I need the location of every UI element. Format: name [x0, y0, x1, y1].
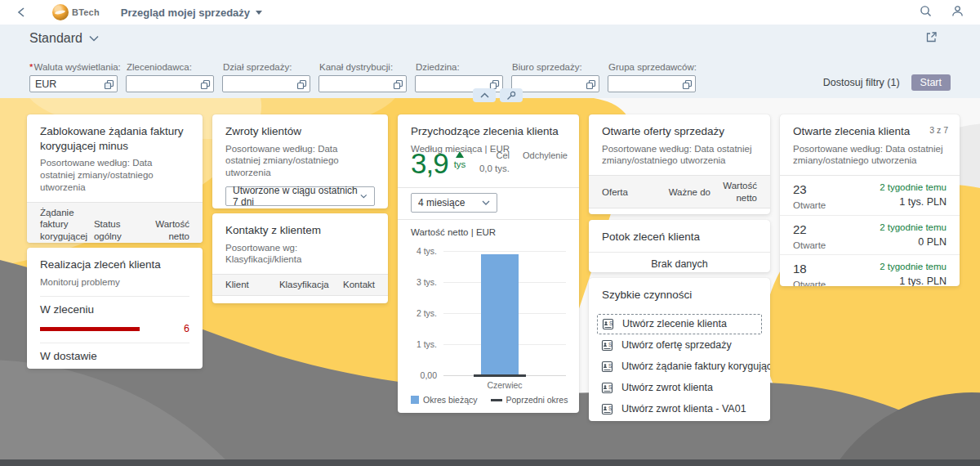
sales-document-icon: S [601, 382, 613, 394]
card-open-quotations[interactable]: Otwarte oferty sprzedaży Posortowane wed… [589, 114, 770, 214]
card-blocked-credit-memo[interactable]: Zablokowane żądania faktury korygującej … [27, 114, 203, 243]
card-incoming-sales-orders[interactable]: Przychodzące zlecenia klienta Według mie… [398, 114, 579, 413]
legend-swatch-current [411, 396, 419, 404]
y-tick: 1 tys. [398, 339, 437, 349]
filter-field-zleceniodawca: Zleceniodawca: [126, 62, 214, 92]
shell-header: BTech Przegląd mojej sprzedaży [0, 0, 980, 25]
quick-action-label: Utwórz zwrot klienta - VA01 [621, 403, 746, 414]
card-title: Realizacja zleceń klienta [40, 258, 189, 272]
title-dropdown-icon [256, 11, 262, 15]
value-help-icon[interactable] [104, 78, 114, 93]
quick-action-label: Utwórz żądanie faktury korygującej m... [621, 361, 770, 372]
sales-order-list-item[interactable]: 22 Otwarte 2 tygodnie temu 0 PLN [780, 215, 960, 254]
card-title: Potok zleceń klienta [602, 230, 757, 244]
value-help-icon[interactable] [393, 78, 403, 93]
column-header: Wartość netto [145, 218, 189, 242]
card-quick-actions[interactable]: Szybkie czynności S Utwórz zlecenie klie… [589, 278, 770, 421]
value-help-icon[interactable] [682, 78, 693, 93]
no-data-text: Brak danych [212, 296, 388, 303]
sales-order-list-item[interactable]: 18 Otwarte 2 tygodnie temu 1 tys. PLN [780, 254, 960, 286]
fulfillment-row[interactable]: W dostawie 3 [40, 343, 189, 369]
go-button[interactable]: Start [911, 74, 951, 91]
dashboard-canvas: Zablokowane żądania faktury korygującej … [0, 98, 980, 466]
order-amount: 1 tys. PLN [880, 196, 947, 208]
company-logo: BTech [52, 4, 100, 20]
sales-order-list-item[interactable]: 23 Otwarte 2 tygodnie temu 1 tys. PLN [780, 176, 960, 215]
column-header: Status ogólny [94, 218, 145, 242]
card-subtitle: Posortowane według: Data ostatniej zmian… [40, 157, 189, 194]
returns-period-dropdown[interactable]: Utworzone w ciągu ostatnich 7 dni [225, 186, 375, 206]
card-order-fulfillment[interactable]: Realizacja zleceń klienta Monitoruj prob… [27, 248, 203, 369]
quick-action-create-quotation[interactable]: S Utwórz ofertę sprzedaży [597, 335, 762, 356]
card-title: Zablokowane żądania faktury korygującej … [40, 124, 189, 153]
quick-action-label: Utwórz ofertę sprzedaży [621, 339, 732, 351]
chart-previous-period-line [474, 374, 526, 377]
value-help-icon[interactable] [200, 78, 211, 93]
table-header: Oferta Ważne do Wartość netto [589, 175, 770, 208]
card-customer-contacts[interactable]: Kontakty z klientem Posortowane wg: Klas… [212, 213, 388, 303]
order-age: 2 tygodnie temu [880, 182, 947, 192]
share-icon[interactable] [925, 31, 938, 47]
column-header: Klasyfikacja [279, 279, 330, 290]
card-open-sales-orders[interactable]: Otwarte zlecenia klienta 3 z 7 Posortowa… [780, 114, 960, 286]
order-status: Otwarte [793, 280, 826, 286]
kpi-unit: tys [454, 159, 466, 169]
chart-axis-title: Wartość netto | EUR [411, 227, 496, 237]
required-marker: * [29, 62, 33, 72]
app-title-menu[interactable]: Przegląd mojej sprzedaży [121, 7, 262, 19]
back-icon[interactable] [15, 6, 28, 19]
svg-text:S: S [608, 405, 612, 410]
card-title: Zwroty klientów [225, 124, 375, 139]
page-title: Przegląd mojej sprzedaży [121, 7, 250, 19]
chevron-up-icon [480, 92, 489, 98]
variant-selector[interactable]: Standard [29, 31, 99, 46]
filter-label: Dział sprzedaży: [223, 62, 292, 72]
quick-action-create-credit-memo-request[interactable]: S Utwórz żądanie faktury korygującej m..… [597, 356, 762, 377]
search-icon[interactable] [920, 5, 932, 20]
period-dropdown[interactable]: 4 miesiące [411, 193, 497, 213]
column-header: Oferta [602, 186, 657, 198]
sales-document-icon: S [602, 318, 614, 330]
quick-action-create-customer-return[interactable]: S Utwórz zwrot klienta [597, 378, 762, 398]
filter-label: Biuro sprzedaży: [512, 62, 582, 72]
chevron-down-icon [360, 194, 368, 199]
quick-action-create-customer-return-va01[interactable]: S Utwórz zwrot klienta - VA01 [597, 399, 762, 419]
quick-action-label: Utwórz zwrot klienta [621, 382, 713, 393]
progress-bar [40, 327, 140, 331]
filter-field-waluta: *Waluta wyświetlania: [29, 62, 118, 92]
value-help-icon[interactable] [586, 78, 596, 93]
x-tick: Czerwiec [443, 380, 566, 390]
y-tick: 2 tys. [398, 308, 437, 318]
card-order-pipeline[interactable]: Potok zleceń klienta Brak danych [589, 220, 770, 272]
chart-bar-current[interactable] [481, 254, 519, 375]
fulfillment-row[interactable]: W zleceniu 6 [40, 296, 189, 334]
kpi-value: 3,9 [411, 149, 448, 177]
collapse-filterbar-button[interactable] [473, 88, 496, 102]
order-id: 18 [793, 262, 826, 276]
column-header: Żądanie faktury korygującej minus [40, 207, 94, 243]
card-counter: 3 z 7 [929, 125, 948, 135]
cards-grid: Zablokowane żądania faktury korygującej … [27, 114, 960, 421]
no-data-text: Brak danych [589, 208, 770, 214]
column-header: Wartość netto [710, 180, 757, 204]
target-label: Cel [479, 150, 510, 160]
filter-label: Waluta wyświetlania: [33, 62, 120, 72]
quick-action-create-sales-order[interactable]: S Utwórz zlecenie klienta [597, 314, 762, 334]
card-subtitle: Monitoruj problemy [40, 276, 189, 289]
value-help-icon[interactable] [296, 78, 307, 93]
adapt-filters-link[interactable]: Dostosuj filtry (1) [823, 77, 900, 88]
user-icon[interactable] [951, 5, 964, 20]
sales-document-icon: S [601, 361, 613, 373]
card-subtitle: Posortowane według: Data ostatniej zmian… [602, 143, 757, 168]
svg-text:S: S [608, 383, 612, 389]
table-header: Klient Klasyfikacja Kontakt [212, 274, 388, 295]
card-customer-returns[interactable]: Zwroty klientów Posortowane według: Data… [212, 114, 388, 208]
table-header: Żądanie faktury korygującej minus Status… [27, 202, 203, 243]
pin-filterbar-button[interactable] [500, 88, 523, 102]
card-title: Przychodzące zlecenia klienta [411, 124, 566, 139]
y-tick: 4 tys. [398, 246, 437, 256]
legend-label: Poprzedni okres [506, 395, 568, 405]
sales-document-icon: S [601, 403, 613, 415]
legend-label: Okres bieżący [423, 395, 478, 405]
filter-field-biuro: Biuro sprzedaży: [511, 62, 599, 92]
